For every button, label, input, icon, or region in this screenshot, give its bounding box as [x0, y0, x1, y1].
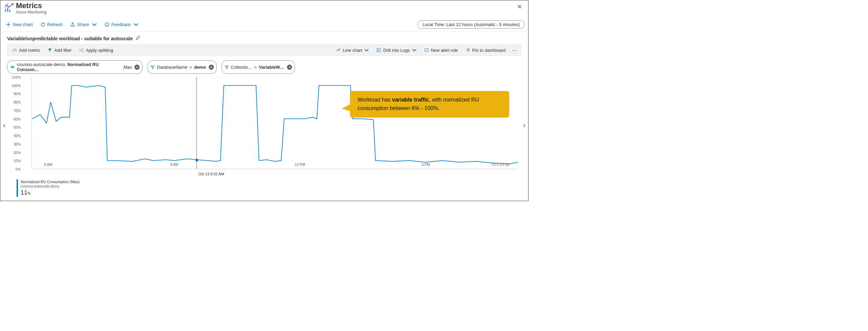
chevron-down-icon: [133, 22, 139, 27]
drill-logs-label: Drill into Logs: [383, 48, 410, 53]
database-filter-pill[interactable]: DatabaseName = demo ✕: [147, 60, 217, 74]
time-range-label: Local Time: Last 12 hours (Automatic - 5…: [422, 22, 520, 27]
refresh-icon: [40, 22, 45, 27]
add-filter-label: Add filter: [54, 48, 71, 53]
svg-rect-0: [5, 9, 6, 12]
apply-splitting-label: Apply splitting: [86, 48, 113, 53]
page-subtitle: Azure Monitoring: [16, 10, 514, 15]
remove-col-filter-button[interactable]: ✕: [287, 65, 292, 70]
share-button[interactable]: Share: [68, 21, 99, 28]
plus-icon: [6, 22, 11, 27]
more-options-button[interactable]: ···: [510, 48, 519, 53]
filter-icon: [225, 65, 229, 69]
share-icon: [70, 22, 75, 27]
remove-db-filter-button[interactable]: ✕: [209, 65, 214, 70]
new-alert-label: New alert rule: [431, 48, 458, 53]
page-header: Metrics Azure Monitoring ✕: [0, 0, 528, 18]
cosmos-icon: [10, 65, 15, 69]
alert-icon: [424, 48, 429, 52]
new-alert-rule-button[interactable]: New alert rule: [421, 46, 461, 54]
svg-point-5: [105, 23, 109, 26]
chart-type-label: Line chart: [343, 48, 362, 53]
legend-value: 11%: [21, 189, 521, 197]
svg-point-4: [7, 3, 8, 4]
svg-point-11: [80, 50, 80, 50]
chart-line-dots-icon: [12, 48, 17, 52]
time-range-picker[interactable]: Local Time: Last 12 hours (Automatic - 5…: [417, 20, 525, 29]
svg-point-13: [83, 51, 83, 51]
legend-title: Normalized RU Consumption (Max): [21, 179, 521, 184]
metrics-icon: [4, 3, 14, 13]
pin-label: Pin to dashboard: [472, 48, 505, 53]
new-chart-button[interactable]: New chart: [4, 21, 35, 28]
scope-agg: Max: [124, 65, 132, 70]
edit-title-button[interactable]: [136, 36, 140, 41]
logs-icon: [376, 48, 381, 52]
chart-type-dropdown[interactable]: Line chart: [333, 46, 372, 54]
svg-rect-1: [7, 7, 8, 12]
scope-metric-pill[interactable]: cosmos-autoscale-demo, Normalized RU Con…: [7, 60, 143, 74]
svg-point-7: [107, 24, 108, 24]
db-val: demo: [194, 65, 206, 70]
svg-point-6: [106, 24, 107, 24]
col-eq: =: [254, 65, 257, 70]
feedback-label: Feedback: [111, 22, 131, 27]
chevron-down-icon: [364, 48, 369, 52]
col-val: VariableW…: [259, 65, 284, 70]
filter-pills-row: cosmos-autoscale-demo, Normalized RU Con…: [0, 56, 528, 75]
col-key: Collectio…: [231, 65, 252, 70]
chart-toolbar: Add metric Add filter Apply splitting Li…: [7, 44, 521, 56]
previous-time-range-arrow[interactable]: ‹: [3, 121, 5, 130]
add-filter-button[interactable]: Add filter: [45, 46, 74, 54]
feedback-button[interactable]: Feedback: [102, 21, 141, 28]
chevron-down-icon: [92, 22, 97, 27]
cursor-time-label: Oct 13 9:32 AM: [199, 172, 224, 176]
legend: Normalized RU Consumption (Max) cosmos-a…: [17, 179, 521, 197]
smile-icon: [104, 22, 109, 27]
drill-into-logs-button[interactable]: Drill into Logs: [374, 46, 419, 54]
share-label: Share: [77, 22, 89, 27]
refresh-button[interactable]: Refresh: [38, 21, 65, 28]
pin-icon: [466, 48, 470, 52]
svg-rect-2: [9, 9, 11, 12]
page-title: Metrics: [16, 2, 514, 10]
collection-filter-pill[interactable]: Collectio… = VariableW… ✕: [222, 60, 295, 74]
db-key: DatabaseName: [157, 65, 187, 70]
pencil-icon: [136, 36, 140, 40]
add-metric-button[interactable]: Add metric: [9, 46, 43, 54]
filter-icon: [150, 65, 155, 69]
apply-splitting-button[interactable]: Apply splitting: [76, 46, 116, 54]
callout-tail: [342, 104, 351, 111]
line-chart-icon: [336, 48, 341, 52]
svg-point-12: [83, 48, 83, 49]
annotation-callout: Workload has variable traffic, with norm…: [350, 91, 509, 117]
timezone-label: UTC-07:00: [492, 162, 509, 167]
split-icon: [79, 48, 84, 52]
refresh-label: Refresh: [47, 22, 63, 27]
db-eq: =: [189, 65, 192, 70]
scope-text: cosmos-autoscale-demo, Normalized RU Con…: [17, 62, 120, 72]
remove-scope-button[interactable]: ✕: [135, 65, 140, 70]
filter-plus-icon: [47, 48, 52, 52]
command-bar: New chart Refresh Share Feedback Local T…: [0, 18, 528, 31]
next-time-range-arrow[interactable]: ›: [523, 121, 525, 130]
add-metric-label: Add metric: [19, 48, 40, 53]
chart-title: Variable/unpredictable workload - suitab…: [7, 36, 133, 41]
close-button[interactable]: ✕: [514, 2, 525, 12]
x-axis-labels: UTC-07:00 6 AM9 AM12 PM3 PM: [32, 160, 518, 169]
svg-point-3: [5, 4, 6, 5]
new-chart-label: New chart: [13, 22, 33, 27]
chevron-down-icon: [412, 48, 417, 52]
pin-to-dashboard-button[interactable]: Pin to dashboard: [463, 46, 508, 54]
legend-subtitle: cosmos-autoscale-demo: [21, 184, 521, 189]
